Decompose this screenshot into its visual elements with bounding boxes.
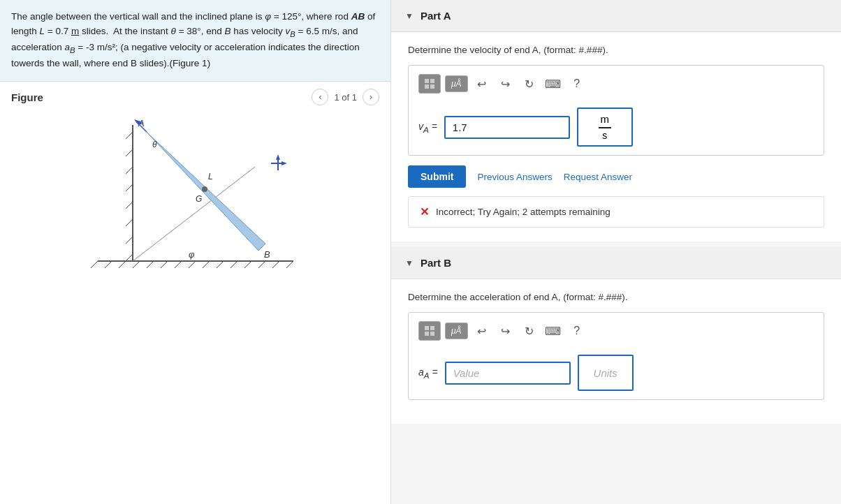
- part-a-input-row: vA = m s: [418, 108, 814, 147]
- svg-line-5: [147, 261, 154, 268]
- part-b-section: ▼ Part B Determine the acceleration of e…: [391, 247, 841, 424]
- part-b-chevron: ▼: [405, 258, 414, 268]
- svg-rect-46: [430, 326, 434, 330]
- left-panel: The angle between the vertical wall and …: [0, 0, 391, 504]
- svg-line-20: [126, 184, 133, 191]
- svg-line-3: [119, 261, 126, 268]
- svg-line-24: [126, 254, 133, 261]
- part-a-prev-answers-link[interactable]: Previous Answers: [477, 172, 552, 182]
- svg-line-8: [189, 261, 196, 268]
- svg-line-21: [126, 202, 133, 209]
- part-a-answer-box: μÅ ↩ ↪ ↻ ⌨ ? vA = m: [408, 65, 824, 156]
- part-a-units-box: m s: [577, 108, 633, 147]
- mu-button-b[interactable]: μÅ: [445, 323, 468, 339]
- svg-marker-37: [276, 154, 280, 160]
- help-button-b[interactable]: ?: [567, 321, 587, 341]
- part-a-units-line: [599, 127, 611, 128]
- figure-area: Figure ‹ 1 of 1 ›: [0, 82, 390, 286]
- part-a-toolbar: μÅ ↩ ↪ ↻ ⌨ ?: [418, 74, 814, 99]
- diagram-svg: A B θ L G φ: [77, 111, 314, 279]
- right-panel: ▼ Part A Determine the velocity of end A…: [391, 0, 841, 504]
- figure-diagram: A B θ L G φ: [77, 111, 314, 279]
- svg-text:G: G: [196, 194, 202, 204]
- part-b-input-row: aA = Units: [418, 355, 814, 391]
- part-b-value-input[interactable]: [445, 362, 571, 385]
- figure-title: Figure: [11, 91, 43, 103]
- refresh-button-b[interactable]: ↻: [520, 321, 539, 341]
- svg-line-13: [258, 261, 265, 268]
- matrix-button-a[interactable]: [418, 74, 441, 94]
- svg-rect-42: [430, 79, 434, 83]
- figure-header: Figure ‹ 1 of 1 ›: [11, 89, 379, 105]
- figure-count: 1 of 1: [334, 92, 357, 103]
- svg-line-7: [175, 261, 182, 268]
- part-a-section: ▼ Part A Determine the velocity of end A…: [391, 0, 841, 242]
- svg-rect-44: [430, 84, 434, 89]
- part-b-label: Part B: [421, 257, 451, 269]
- svg-line-22: [126, 219, 133, 226]
- svg-line-10: [217, 261, 224, 268]
- svg-line-19: [126, 167, 133, 174]
- part-b-toolbar: μÅ ↩ ↪ ↻ ⌨ ?: [418, 321, 814, 346]
- svg-line-2: [105, 261, 112, 268]
- part-b-units-placeholder: Units: [594, 367, 617, 379]
- part-a-units-num: m: [601, 113, 610, 126]
- mu-button-a[interactable]: μÅ: [445, 75, 468, 92]
- svg-text:θ: θ: [152, 140, 157, 149]
- part-a-units-den: s: [602, 130, 607, 142]
- svg-text:B: B: [264, 249, 270, 260]
- part-a-submit-button[interactable]: Submit: [408, 165, 466, 188]
- matrix-button-b[interactable]: [418, 321, 441, 341]
- figure-next-button[interactable]: ›: [363, 89, 379, 105]
- keyboard-button-a[interactable]: ⌨: [543, 74, 563, 94]
- svg-text:φ: φ: [189, 249, 195, 260]
- problem-text: The angle between the vertical wall and …: [0, 0, 390, 82]
- svg-line-1: [91, 261, 98, 268]
- svg-marker-38: [281, 161, 287, 165]
- svg-rect-41: [425, 79, 429, 83]
- svg-line-6: [161, 261, 168, 268]
- figure-navigation: ‹ 1 of 1 ›: [312, 89, 379, 105]
- svg-line-18: [126, 149, 133, 156]
- redo-button-a[interactable]: ↪: [496, 74, 515, 94]
- svg-line-4: [133, 261, 140, 268]
- part-a-error-text: Incorrect; Try Again; 2 attempts remaini…: [436, 207, 610, 217]
- undo-button-a[interactable]: ↩: [472, 74, 492, 94]
- part-a-chevron: ▼: [405, 11, 414, 21]
- part-a-label: Part A: [421, 10, 451, 22]
- svg-line-12: [244, 261, 251, 268]
- part-a-value-input[interactable]: [444, 116, 570, 139]
- part-b-content: Determine the acceleration of end A, (fo…: [391, 279, 841, 424]
- svg-rect-43: [425, 84, 429, 89]
- keyboard-button-b[interactable]: ⌨: [543, 321, 563, 341]
- part-a-content: Determine the velocity of end A, (format…: [391, 32, 841, 242]
- part-a-input-label: vA =: [418, 121, 437, 134]
- part-b-input-label: aA =: [418, 366, 438, 380]
- part-a-description: Determine the velocity of end A, (format…: [408, 45, 824, 55]
- refresh-button-a[interactable]: ↻: [520, 74, 539, 94]
- svg-line-11: [231, 261, 237, 268]
- svg-text:L: L: [208, 172, 213, 181]
- svg-line-17: [126, 132, 133, 139]
- error-icon: ✕: [420, 205, 429, 218]
- part-a-error-box: ✕ Incorrect; Try Again; 2 attempts remai…: [408, 196, 824, 228]
- undo-button-b[interactable]: ↩: [472, 321, 492, 341]
- svg-rect-45: [425, 326, 429, 330]
- svg-point-32: [202, 186, 207, 192]
- part-b-description: Determine the acceleration of end A, (fo…: [408, 292, 824, 302]
- redo-button-b[interactable]: ↪: [496, 321, 515, 341]
- svg-line-9: [203, 261, 210, 268]
- part-a-units-fraction: m s: [599, 113, 611, 141]
- part-a-action-row: Submit Previous Answers Request Answer: [408, 165, 824, 188]
- part-b-units-box: Units: [578, 355, 634, 391]
- svg-line-15: [286, 261, 293, 268]
- svg-line-14: [272, 261, 279, 268]
- part-a-request-answer-link[interactable]: Request Answer: [564, 172, 632, 182]
- part-b-answer-box: μÅ ↩ ↪ ↻ ⌨ ? aA = Units: [408, 312, 824, 400]
- svg-rect-48: [430, 332, 434, 336]
- help-button-a[interactable]: ?: [567, 74, 587, 94]
- figure-prev-button[interactable]: ‹: [312, 89, 328, 105]
- svg-line-23: [126, 237, 133, 244]
- part-a-header[interactable]: ▼ Part A: [391, 0, 841, 32]
- part-b-header[interactable]: ▼ Part B: [391, 247, 841, 279]
